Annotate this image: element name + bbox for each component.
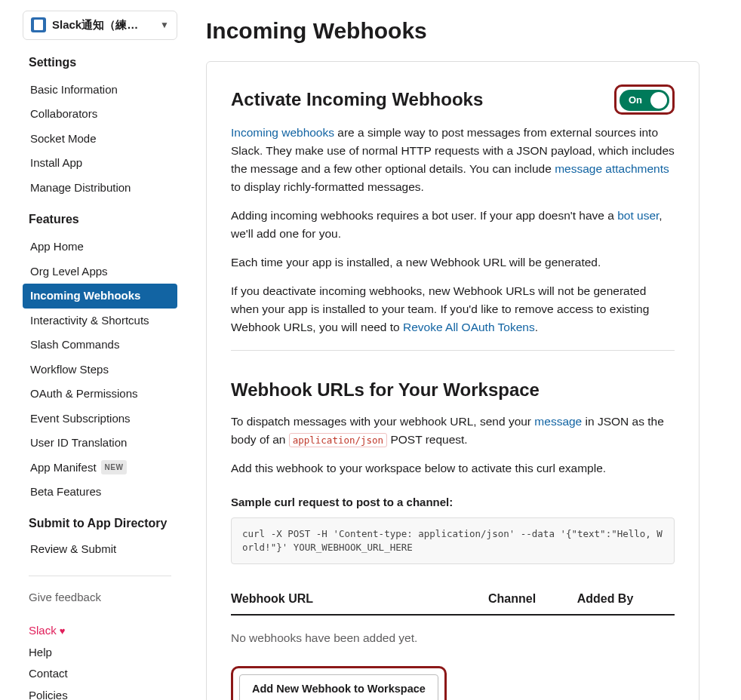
sample-curl-label: Sample curl request to post to a channel… [231,494,675,511]
webhook-paragraph-2: Add this webhook to your workspace below… [231,459,675,477]
add-button-highlight: Add New Webhook to Workspace [231,666,447,700]
content-type-code: application/json [289,433,387,447]
toggle-knob [650,92,667,109]
sidebar-item-slash-commands[interactable]: Slash Commands [23,333,177,358]
sidebar-item-collaborators[interactable]: Collaborators [23,102,177,127]
activate-paragraph-3: Each time your app is installed, a new W… [231,253,675,272]
toggle-highlight: On [614,84,675,115]
add-webhook-button[interactable]: Add New Webhook to Workspace [239,674,438,700]
activate-title: Activate Incoming Webhooks [231,86,483,113]
toggle-label: On [629,93,642,108]
heart-icon: ♥ [60,625,66,637]
activate-paragraph-4: If you deactivate incoming webhooks, new… [231,282,675,336]
sidebar-heading-settings: Settings [29,54,177,72]
app-selector-label: Slack通知（練… [52,17,155,34]
footer-help-link[interactable]: Help [23,642,177,664]
main-content: Incoming Webhooks Activate Incoming Webh… [185,0,721,700]
incoming-webhooks-link[interactable]: Incoming webhooks [231,126,334,139]
sidebar-submit-list: Review & Submit [23,537,177,562]
col-webhook-url: Webhook URL [231,584,488,615]
settings-card: Activate Incoming Webhooks On Incoming w… [206,61,699,700]
new-badge: NEW [101,460,128,474]
footer-contact-link[interactable]: Contact [23,663,177,685]
col-channel: Channel [488,584,577,615]
empty-state: No webhooks have been added yet. [231,615,675,649]
activate-toggle[interactable]: On [620,90,669,111]
sidebar-footer: Give feedback [23,587,177,609]
sidebar-item-incoming-webhooks[interactable]: Incoming Webhooks [23,284,177,309]
sidebar-item-socket-mode[interactable]: Socket Mode [23,127,177,152]
bot-user-link[interactable]: bot user [617,209,659,222]
footer-policies-link[interactable]: Policies [23,685,177,700]
sidebar-settings-list: Basic Information Collaborators Socket M… [23,78,177,201]
section-divider [231,350,675,351]
sidebar-item-event-subscriptions[interactable]: Event Subscriptions [23,407,177,431]
sidebar-item-interactivity-shortcuts[interactable]: Interactivity & Shortcuts [23,309,177,333]
message-link[interactable]: message [534,415,582,428]
message-attachments-link[interactable]: message attachments [555,162,669,175]
sidebar-footer-links: Slack ♥ Help Contact Policies Our Blog [23,620,177,700]
sidebar-item-beta-features[interactable]: Beta Features [23,480,177,505]
sidebar-item-workflow-steps[interactable]: Workflow Steps [23,358,177,382]
sidebar-item-app-manifest[interactable]: App ManifestNEW [23,456,177,480]
sidebar-item-install-app[interactable]: Install App [23,151,177,176]
app-selector[interactable]: Slack通知（練… ▼ [23,11,177,40]
divider [29,576,171,576]
sidebar-item-manage-distribution[interactable]: Manage Distribution [23,176,177,201]
webhooks-table: Webhook URL Channel Added By No webhooks… [231,584,675,649]
webhook-urls-title: Webhook URLs for Your Workspace [231,376,675,404]
sidebar-item-oauth-permissions[interactable]: OAuth & Permissions [23,382,177,407]
webhook-paragraph-1: To dispatch messages with your webhook U… [231,413,675,449]
sidebar-item-app-home[interactable]: App Home [23,235,177,259]
give-feedback-link[interactable]: Give feedback [23,587,177,609]
col-added-by: Added By [577,584,675,615]
sidebar-item-org-level-apps[interactable]: Org Level Apps [23,259,177,284]
table-row: No webhooks have been added yet. [231,615,675,649]
sidebar-heading-submit: Submit to App Directory [29,515,177,532]
sidebar: Slack通知（練… ▼ Settings Basic Information … [0,0,185,700]
sidebar-item-basic-information[interactable]: Basic Information [23,78,177,103]
revoke-tokens-link[interactable]: Revoke All OAuth Tokens [403,321,535,333]
activate-paragraph-1: Incoming webhooks are a simple way to po… [231,124,675,196]
footer-slack-link[interactable]: Slack ♥ [23,620,177,642]
curl-code-block[interactable]: curl -X POST -H 'Content-type: applicati… [231,517,675,564]
app-icon [31,17,46,32]
activate-paragraph-2: Adding incoming webhooks requires a bot … [231,207,675,243]
chevron-down-icon: ▼ [160,18,169,32]
sidebar-features-list: App Home Org Level Apps Incoming Webhook… [23,235,177,505]
sidebar-heading-features: Features [29,210,177,229]
sidebar-item-user-id-translation[interactable]: User ID Translation [23,431,177,456]
sidebar-item-review-submit[interactable]: Review & Submit [23,537,177,562]
page-title: Incoming Webhooks [206,14,699,48]
